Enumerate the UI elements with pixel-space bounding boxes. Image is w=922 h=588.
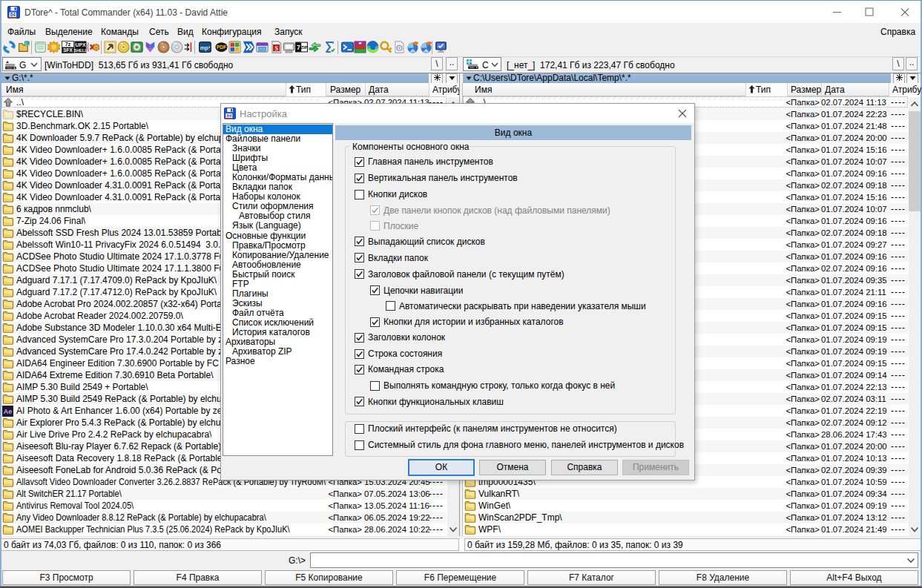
svg-text:UPX: UPX xyxy=(75,42,86,47)
svg-text:7z: 7z xyxy=(65,42,71,47)
svg-text:S: S xyxy=(274,45,278,52)
svg-text:64: 64 xyxy=(10,12,16,17)
svg-text:SFX: SFX xyxy=(63,47,73,53)
svg-text:64: 64 xyxy=(226,113,231,118)
svg-text:ZIP: ZIP xyxy=(300,45,307,50)
svg-text:mp³: mp³ xyxy=(200,44,211,51)
svg-text:PDF: PDF xyxy=(217,44,226,50)
svg-text:7: 7 xyxy=(297,44,300,51)
svg-text:Ae: Ae xyxy=(4,408,13,415)
svg-text:SHELL: SHELL xyxy=(74,48,87,53)
